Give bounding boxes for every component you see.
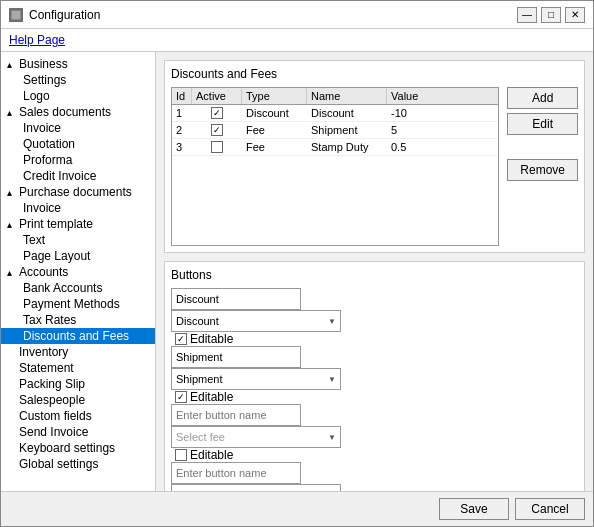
editable-label-2: Editable bbox=[190, 390, 233, 404]
sidebar-label-settings: Settings bbox=[23, 73, 66, 87]
configuration-window: Configuration — □ ✕ Help Page ▴BusinessS… bbox=[0, 0, 594, 527]
sidebar-item-sales-documents[interactable]: ▴Sales documents bbox=[1, 104, 155, 120]
sidebar-label-page-layout: Page Layout bbox=[23, 249, 90, 263]
maximize-button[interactable]: □ bbox=[541, 7, 561, 23]
discounts-fees-content: Id Active Type Name Value 1✓DiscountDisc… bbox=[171, 87, 578, 246]
sidebar-item-custom-fields[interactable]: Custom fields bbox=[1, 408, 155, 424]
window-controls: — □ ✕ bbox=[517, 7, 585, 23]
svg-rect-1 bbox=[12, 11, 20, 19]
sidebar-label-proforma: Proforma bbox=[23, 153, 72, 167]
sidebar-label-tax-rates: Tax Rates bbox=[23, 313, 76, 327]
sidebar-item-inventory[interactable]: Inventory bbox=[1, 344, 155, 360]
sidebar-item-accounts[interactable]: ▴Accounts bbox=[1, 264, 155, 280]
col-type: Type bbox=[242, 88, 307, 104]
edit-button[interactable]: Edit bbox=[507, 113, 578, 135]
sidebar-item-credit-invoice[interactable]: Credit Invoice bbox=[1, 168, 155, 184]
table-row-3[interactable]: 3FeeStamp Duty0.5 bbox=[172, 139, 498, 156]
sidebar-label-send-invoice: Send Invoice bbox=[19, 425, 88, 439]
button-row-1: Discount▼✓Editable bbox=[171, 288, 578, 346]
sidebar-item-logo[interactable]: Logo bbox=[1, 88, 155, 104]
cell-name-2: Shipment bbox=[307, 122, 387, 138]
editable-wrap-2: ✓Editable bbox=[175, 390, 578, 404]
table-body: 1✓DiscountDiscount-102✓FeeShipment53FeeS… bbox=[172, 105, 498, 245]
sidebar-item-payment-methods[interactable]: Payment Methods bbox=[1, 296, 155, 312]
buttons-section-title: Buttons bbox=[171, 268, 578, 282]
sidebar-item-tax-rates[interactable]: Tax Rates bbox=[1, 312, 155, 328]
sidebar-label-keyboard-settings: Keyboard settings bbox=[19, 441, 115, 455]
sidebar-label-sales-documents: Sales documents bbox=[19, 105, 111, 119]
checkbox-active-1[interactable]: ✓ bbox=[211, 107, 223, 119]
discounts-fees-title: Discounts and Fees bbox=[171, 67, 578, 81]
cell-active-1[interactable]: ✓ bbox=[192, 105, 242, 121]
editable-checkbox-2[interactable]: ✓ bbox=[175, 391, 187, 403]
table-row-1[interactable]: 1✓DiscountDiscount-10 bbox=[172, 105, 498, 122]
button-dropdown-3[interactable]: Select fee▼ bbox=[171, 426, 341, 448]
editable-checkbox-1[interactable]: ✓ bbox=[175, 333, 187, 345]
sidebar-item-quotation[interactable]: Quotation bbox=[1, 136, 155, 152]
button-row-2: Shipment▼✓Editable bbox=[171, 346, 578, 404]
sidebar-item-discounts-and-fees[interactable]: Discounts and Fees bbox=[1, 328, 155, 344]
editable-wrap-3: Editable bbox=[175, 448, 578, 462]
sidebar-item-keyboard-settings[interactable]: Keyboard settings bbox=[1, 440, 155, 456]
sidebar-label-accounts: Accounts bbox=[19, 265, 68, 279]
sidebar-item-purchase-documents[interactable]: ▴Purchase documents bbox=[1, 184, 155, 200]
cell-active-3[interactable] bbox=[192, 139, 242, 155]
dropdown-text-3: Select fee bbox=[176, 431, 225, 443]
sidebar-label-inventory: Inventory bbox=[19, 345, 68, 359]
sidebar-label-text: Text bbox=[23, 233, 45, 247]
sidebar-label-invoice-sales: Invoice bbox=[23, 121, 61, 135]
sidebar-item-invoice-sales[interactable]: Invoice bbox=[1, 120, 155, 136]
sidebar-label-invoice-purchase: Invoice bbox=[23, 201, 61, 215]
sidebar-label-custom-fields: Custom fields bbox=[19, 409, 92, 423]
sidebar-toggle-business: ▴ bbox=[7, 59, 17, 70]
sidebar-item-invoice-purchase[interactable]: Invoice bbox=[1, 200, 155, 216]
sidebar-item-global-settings[interactable]: Global settings bbox=[1, 456, 155, 472]
add-button[interactable]: Add bbox=[507, 87, 578, 109]
sidebar-item-packing-slip[interactable]: Packing Slip bbox=[1, 376, 155, 392]
sidebar-item-business[interactable]: ▴Business bbox=[1, 56, 155, 72]
button-name-input-3[interactable] bbox=[171, 404, 301, 426]
main-content: ▴BusinessSettingsLogo▴Sales documentsInv… bbox=[1, 52, 593, 491]
checkbox-active-2[interactable]: ✓ bbox=[211, 124, 223, 136]
col-id: Id bbox=[172, 88, 192, 104]
minimize-button[interactable]: — bbox=[517, 7, 537, 23]
sidebar-item-proforma[interactable]: Proforma bbox=[1, 152, 155, 168]
sidebar-label-bank-accounts: Bank Accounts bbox=[23, 281, 102, 295]
remove-button[interactable]: Remove bbox=[507, 159, 578, 181]
cell-active-2[interactable]: ✓ bbox=[192, 122, 242, 138]
sidebar-label-print-template: Print template bbox=[19, 217, 93, 231]
button-dropdown-4[interactable]: Select fee▼ bbox=[171, 484, 341, 491]
sidebar-item-salespeople[interactable]: Salespeople bbox=[1, 392, 155, 408]
dropdown-text-2: Shipment bbox=[176, 373, 222, 385]
sidebar-item-text[interactable]: Text bbox=[1, 232, 155, 248]
sidebar-item-statement[interactable]: Statement bbox=[1, 360, 155, 376]
save-button[interactable]: Save bbox=[439, 498, 509, 520]
sidebar-label-credit-invoice: Credit Invoice bbox=[23, 169, 96, 183]
cell-value-2: 5 bbox=[387, 122, 437, 138]
cancel-button[interactable]: Cancel bbox=[515, 498, 585, 520]
close-button[interactable]: ✕ bbox=[565, 7, 585, 23]
buttons-section-box: Buttons Discount▼✓EditableShipment▼✓Edit… bbox=[164, 261, 585, 491]
editable-checkbox-3[interactable] bbox=[175, 449, 187, 461]
sidebar-item-send-invoice[interactable]: Send Invoice bbox=[1, 424, 155, 440]
dropdown-arrow-3: ▼ bbox=[328, 433, 336, 442]
button-name-input-2[interactable] bbox=[171, 346, 301, 368]
sidebar-label-statement: Statement bbox=[19, 361, 74, 375]
table-side-buttons: Add Edit Remove bbox=[507, 87, 578, 246]
col-active: Active bbox=[192, 88, 242, 104]
sidebar-item-page-layout[interactable]: Page Layout bbox=[1, 248, 155, 264]
help-link[interactable]: Help Page bbox=[1, 29, 593, 52]
sidebar-item-settings[interactable]: Settings bbox=[1, 72, 155, 88]
sidebar-item-bank-accounts[interactable]: Bank Accounts bbox=[1, 280, 155, 296]
button-name-input-1[interactable] bbox=[171, 288, 301, 310]
checkbox-active-3[interactable] bbox=[211, 141, 223, 153]
button-dropdown-1[interactable]: Discount▼ bbox=[171, 310, 341, 332]
button-name-input-4[interactable] bbox=[171, 462, 301, 484]
sidebar-item-print-template[interactable]: ▴Print template bbox=[1, 216, 155, 232]
cell-id-1: 1 bbox=[172, 105, 192, 121]
cell-type-3: Fee bbox=[242, 139, 307, 155]
table-row-2[interactable]: 2✓FeeShipment5 bbox=[172, 122, 498, 139]
footer: Save Cancel bbox=[1, 491, 593, 526]
button-dropdown-2[interactable]: Shipment▼ bbox=[171, 368, 341, 390]
sidebar-toggle-accounts: ▴ bbox=[7, 267, 17, 278]
